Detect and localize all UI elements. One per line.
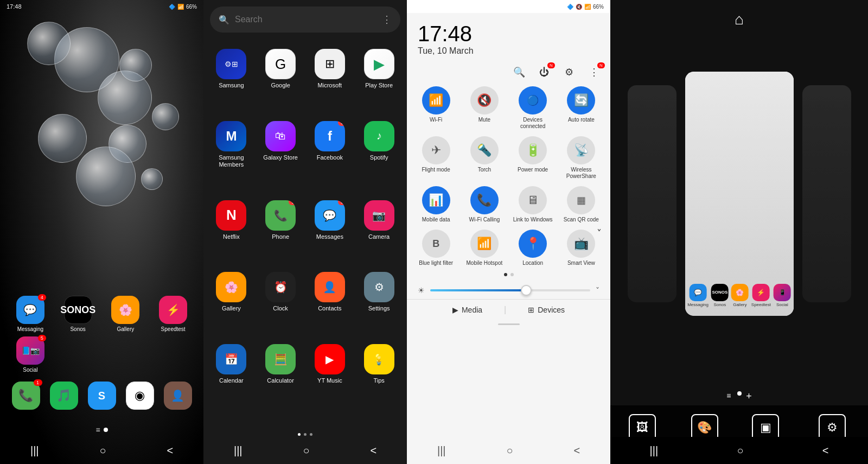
app-name: Tips — [373, 377, 384, 384]
more-icon[interactable]: ⋮ — [382, 14, 392, 26]
status-bar: 17:48 🔷 📶 66% — [0, 0, 203, 13]
tile-label: Power mode — [518, 167, 548, 173]
recent-card-main[interactable]: 💬 Messaging SONOS Sonos 🌸 Gallery ⚡ — [685, 72, 794, 316]
home-top-icon: ⌂ — [735, 11, 744, 28]
qs-tile-mobiledata[interactable]: 📊 Mobile data — [413, 186, 458, 223]
photo-dock-icon[interactable]: 👤 — [164, 382, 192, 410]
phone-dock-icon[interactable]: 📞 1 — [12, 382, 40, 410]
list-item[interactable]: 🌸 Gallery — [208, 268, 255, 338]
app-name: Galaxy Store — [263, 154, 298, 161]
list-item[interactable]: f 3 Facebook — [307, 117, 354, 194]
qs-tiles-row4: B Blue light filter 📶 Mobile Hotspot 📍 L… — [407, 227, 610, 269]
chrome-dock-icon[interactable]: ◉ — [126, 382, 154, 410]
recents-button[interactable]: < — [370, 444, 376, 457]
list-item[interactable]: M Samsung Members — [208, 117, 255, 194]
brightness-expand-icon[interactable]: ˅ — [596, 286, 599, 295]
samsung-icon: ⚙⊞ — [216, 49, 246, 79]
recent-card-right[interactable] — [802, 85, 851, 302]
qs-tile-location[interactable]: 📍 Location — [510, 230, 556, 266]
back-button[interactable]: ||| — [30, 444, 39, 457]
list-item[interactable]: 🧮 Calculator — [257, 340, 304, 410]
settings-control[interactable]: ⚙ — [561, 65, 577, 80]
tile-label: Smart View — [567, 260, 595, 266]
back-button[interactable]: ||| — [650, 444, 659, 457]
tile-label: Wi-Fi Calling — [469, 217, 500, 223]
search-input[interactable] — [235, 15, 376, 24]
google-icon: G — [265, 49, 296, 79]
brightness-track[interactable] — [430, 289, 590, 291]
qs-tile-hotspot[interactable]: 📶 Mobile Hotspot — [462, 230, 507, 266]
list-item[interactable]: ⚡ Speedtest — [149, 296, 197, 332]
messaging-icon: 💬 — [689, 284, 706, 301]
back-button[interactable]: ||| — [437, 444, 446, 457]
list-item[interactable]: ▶ YT Music — [307, 340, 354, 410]
home-button[interactable]: ○ — [737, 444, 743, 457]
list-item[interactable]: ⚙⊞ Samsung — [208, 45, 255, 115]
app-name: Google — [271, 82, 290, 89]
list-item[interactable]: 📷 Camera — [355, 196, 403, 266]
qs-tile-autorotate[interactable]: 🔄 Auto rotate — [559, 86, 604, 130]
recents-button[interactable]: < — [822, 444, 829, 457]
messaging-icon: 💬 4 — [16, 296, 44, 324]
dock: 📞 1 🎵 S ◉ 👤 — [0, 382, 203, 410]
search-bar[interactable]: 🔍 ⋮ — [210, 7, 400, 33]
list-item[interactable]: ⚙ Settings — [355, 268, 403, 338]
spotify-icon: ♪ — [364, 121, 394, 151]
power-control[interactable]: ⏻ N — [537, 65, 552, 80]
home-button[interactable]: ○ — [303, 444, 309, 457]
list-item[interactable]: 🛍 Galaxy Store — [257, 117, 304, 194]
qs-tile-wifi[interactable]: 📶 Wi-Fi — [413, 86, 458, 130]
qs-tile-qr[interactable]: ▦ Scan QR code — [559, 186, 604, 223]
list-item[interactable]: ⏰ Clock — [257, 268, 304, 338]
list-item[interactable]: 👤 Contacts — [307, 268, 354, 338]
qr-icon: ▦ — [567, 186, 595, 214]
list-item[interactable]: 📅 Calendar — [208, 340, 255, 410]
spotify-dock-icon[interactable]: 🎵 — [50, 382, 78, 410]
more-control[interactable]: ⋮ N — [586, 65, 602, 80]
qs-controls-row: 🔍 ⏻ N ⚙ ⋮ N — [407, 62, 610, 84]
home-button[interactable]: ○ — [99, 444, 106, 457]
list-item[interactable]: ♪ Spotify — [355, 117, 403, 194]
list-item[interactable]: 📘📷 5 Social — [7, 336, 54, 373]
brightness-thumb[interactable] — [521, 285, 532, 296]
list-item[interactable]: 💬 3 Messages — [307, 196, 354, 266]
list-item[interactable]: ▶ Play Store — [355, 45, 403, 115]
recents-button[interactable]: < — [167, 444, 173, 457]
qs-tile-powershare[interactable]: 📡 Wireless PowerShare — [559, 136, 604, 180]
media-button[interactable]: ▶ Media — [452, 305, 482, 315]
bt-icon: 🔷 — [567, 4, 573, 10]
recent-card-left[interactable] — [628, 85, 676, 302]
qs-tile-wificalling[interactable]: 📞 Wi-Fi Calling — [462, 186, 507, 223]
qs-tile-mute[interactable]: 🔇 Mute — [462, 86, 507, 130]
list-item[interactable]: G Google — [257, 45, 304, 115]
list-item[interactable]: 🌸 Gallery — [102, 296, 150, 332]
list-item[interactable]: 📞 1 Phone — [257, 196, 304, 266]
power-mode-icon: 🔋 — [519, 136, 547, 164]
qs-tile-bluelight[interactable]: B Blue light filter — [413, 230, 458, 266]
home-button[interactable]: ○ — [506, 444, 513, 457]
qs-tile-devices[interactable]: 🔵 Devices connected — [510, 86, 556, 130]
linkwindows-icon: 🖥 — [519, 186, 547, 214]
qs-tile-torch[interactable]: 🔦 Torch — [462, 136, 507, 180]
qs-tile-power[interactable]: 🔋 Power mode — [510, 136, 556, 180]
qs-tile-flight[interactable]: ✈ Flight mode — [413, 136, 458, 180]
search-control[interactable]: 🔍 — [512, 65, 527, 80]
handle-bar — [498, 323, 520, 325]
list-item[interactable]: N Netflix — [208, 196, 255, 266]
tile-label: Location — [522, 260, 543, 266]
list-item[interactable]: ⊞ Microsoft — [307, 45, 354, 115]
location-icon: 📍 — [519, 230, 547, 258]
qs-tile-linkwindows[interactable]: 🖥 Link to Windows — [510, 186, 556, 223]
expand-icon[interactable]: ˅ — [597, 227, 602, 239]
list-item[interactable]: 💬 4 Messaging — [7, 296, 54, 332]
recents-button[interactable]: < — [573, 444, 580, 457]
devices-button[interactable]: ⊞ Devices — [528, 305, 565, 315]
brightness-slider[interactable]: ☀ ˅ — [407, 279, 610, 299]
app-grid: ⚙⊞ Samsung G Google ⊞ Microsoft ▶ Play S… — [203, 39, 407, 415]
list-item[interactable]: 💡 Tips — [355, 340, 403, 410]
simplenote-dock-icon[interactable]: S — [88, 382, 116, 410]
tile-label: Blue light filter — [419, 260, 453, 266]
qs-tiles-row1: 📶 Wi-Fi 🔇 Mute 🔵 Devices connected 🔄 Aut… — [407, 84, 610, 132]
list-item[interactable]: SONOS Sonos — [54, 296, 102, 332]
back-button[interactable]: ||| — [234, 444, 242, 457]
